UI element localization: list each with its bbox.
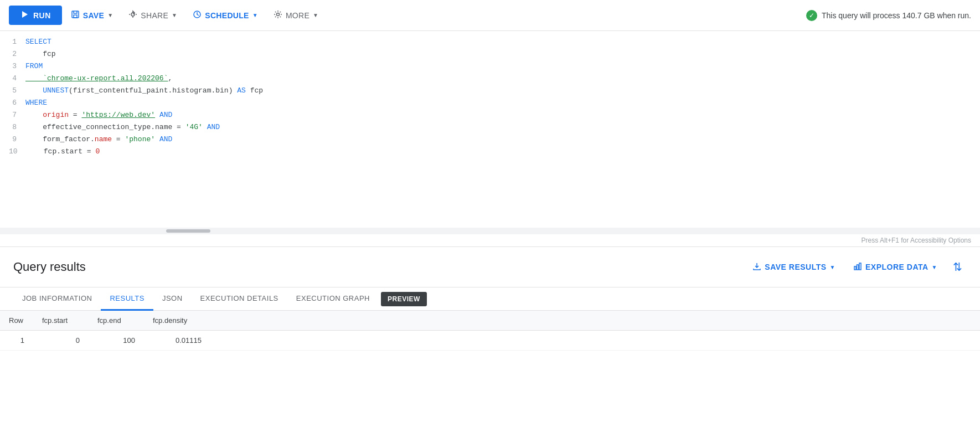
more-button[interactable]: MORE ▼ — [267, 6, 325, 25]
query-info: ✓ This query will process 140.7 GB when … — [806, 10, 971, 21]
col-header-fcp-end: fcp.end — [89, 311, 144, 331]
toolbar: RUN SAVE ▼ SHARE ▼ — [0, 0, 980, 31]
editor-line: 2 fcp — [0, 50, 980, 62]
svg-rect-2 — [74, 15, 77, 18]
line-number: 8 — [9, 123, 25, 131]
code-editor[interactable]: 1SELECT2 fcp3FROM4 `chrome-ux-report.all… — [0, 31, 980, 228]
editor-line: 8 effective_connection_type.name = '4G' … — [0, 123, 980, 135]
svg-rect-7 — [857, 265, 858, 270]
accessibility-hint: Press Alt+F1 for Accessibility Options — [0, 234, 980, 246]
save-button[interactable]: SAVE ▼ — [64, 6, 120, 25]
save-icon — [71, 10, 80, 20]
editor-line: 7 origin = 'https://web.dev' AND — [0, 111, 980, 123]
check-icon: ✓ — [806, 10, 817, 21]
cell-empty — [210, 331, 980, 351]
table-row: 1 0 100 0.01115 — [0, 331, 980, 351]
save-results-label: SAVE RESULTS — [765, 263, 826, 271]
play-icon — [20, 10, 29, 20]
line-number: 4 — [9, 74, 25, 83]
col-header-fcp-start: fcp.start — [33, 311, 89, 331]
col-header-row: Row — [0, 311, 33, 331]
gear-icon — [274, 10, 282, 20]
editor-line: 5 UNNEST(first_contentful_paint.histogra… — [0, 86, 980, 99]
editor-line: 9 form_factor.name = 'phone' AND — [0, 135, 980, 147]
tab-json[interactable]: JSON — [153, 287, 192, 311]
col-header-empty — [210, 311, 980, 331]
editor-line: 3FROM — [0, 62, 980, 74]
schedule-button[interactable]: SCHEDULE ▼ — [186, 6, 265, 25]
editor-line: 4 `chrome-ux-report.all.202206`, — [0, 74, 980, 86]
tab-execution-details[interactable]: EXECUTION DETAILS — [192, 287, 287, 311]
cell-fcp-density: 0.01115 — [144, 331, 210, 351]
tab-execution-graph[interactable]: EXECUTION GRAPH — [287, 287, 379, 311]
explore-data-button[interactable]: EXPLORE DATA ▼ — [847, 258, 944, 277]
cell-row: 1 — [0, 331, 33, 351]
share-button[interactable]: SHARE ▼ — [122, 6, 184, 25]
results-table-container: Row fcp.start fcp.end fcp.density 1 0 10… — [0, 311, 980, 351]
explore-data-icon — [853, 262, 862, 273]
results-section: Query results SAVE RESULTS ▼ — [0, 247, 980, 351]
tab-results[interactable]: RESULTS — [101, 287, 153, 311]
editor-line: 10 fcp.start = 0 — [0, 147, 980, 160]
more-label: MORE — [286, 11, 310, 20]
editor-area[interactable]: 1SELECT2 fcp3FROM4 `chrome-ux-report.all… — [0, 31, 980, 247]
explore-data-chevron-icon: ▼ — [932, 264, 937, 270]
save-label: SAVE — [83, 11, 104, 20]
share-label: SHARE — [141, 11, 168, 20]
share-chevron-icon: ▼ — [172, 12, 177, 18]
results-table: Row fcp.start fcp.end fcp.density 1 0 10… — [0, 311, 980, 351]
schedule-icon — [193, 10, 202, 20]
line-number: 9 — [9, 135, 25, 143]
editor-line: 1SELECT — [0, 38, 980, 50]
scrollbar-thumb[interactable] — [166, 229, 210, 233]
cell-fcp-end: 100 — [89, 331, 144, 351]
run-button[interactable]: RUN — [9, 6, 62, 25]
query-info-text: This query will process 140.7 GB when ru… — [822, 11, 971, 20]
line-number: 5 — [9, 86, 25, 95]
line-number: 7 — [9, 111, 25, 119]
tab-preview-badge[interactable]: PREVIEW — [381, 292, 427, 306]
line-number: 3 — [9, 62, 25, 70]
more-chevron-icon: ▼ — [313, 12, 318, 18]
schedule-chevron-icon: ▼ — [252, 12, 258, 18]
svg-marker-0 — [22, 11, 28, 18]
line-number: 1 — [9, 38, 25, 46]
save-results-icon — [752, 262, 761, 273]
horizontal-scrollbar[interactable] — [0, 228, 980, 234]
svg-rect-8 — [859, 263, 861, 270]
line-number: 10 — [9, 147, 27, 156]
svg-point-5 — [276, 13, 279, 16]
results-title: Query results — [13, 260, 86, 274]
expand-button[interactable]: ⇅ — [948, 256, 967, 278]
editor-line: 6WHERE — [0, 99, 980, 111]
save-results-chevron-icon: ▼ — [830, 264, 835, 270]
results-header: Query results SAVE RESULTS ▼ — [0, 247, 980, 287]
col-header-fcp-density: fcp.density — [144, 311, 210, 331]
save-chevron-icon: ▼ — [107, 12, 113, 18]
svg-rect-1 — [72, 11, 79, 18]
cell-fcp-start: 0 — [33, 331, 89, 351]
results-actions: SAVE RESULTS ▼ EXPLORE DATA ▼ ⇅ — [746, 256, 967, 278]
tabs-bar: JOB INFORMATION RESULTS JSON EXECUTION D… — [0, 287, 980, 311]
save-results-button[interactable]: SAVE RESULTS ▼ — [746, 258, 842, 277]
svg-rect-6 — [854, 266, 856, 270]
share-icon — [128, 10, 137, 20]
run-label: RUN — [33, 11, 51, 20]
schedule-label: SCHEDULE — [205, 11, 249, 20]
line-number: 6 — [9, 99, 25, 107]
tab-job-information[interactable]: JOB INFORMATION — [13, 287, 101, 311]
explore-data-label: EXPLORE DATA — [865, 263, 929, 271]
line-number: 2 — [9, 50, 25, 58]
